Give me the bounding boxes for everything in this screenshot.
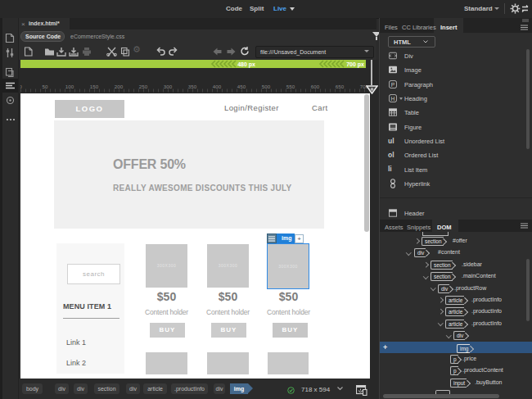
svg-text:300: 300 [164,84,173,89]
svg-text:350: 350 [188,84,197,89]
svg-text:600: 600 [311,84,320,89]
svg-text:700 px: 700 px [346,61,364,68]
svg-text:0: 0 [20,84,22,89]
svg-text:500: 500 [262,84,271,89]
svg-text:400: 400 [213,84,222,89]
svg-text:480 px: 480 px [237,61,255,68]
svg-text:200: 200 [115,84,124,89]
svg-text:50: 50 [43,84,48,89]
svg-text:650: 650 [336,84,345,89]
svg-text:150: 150 [90,84,99,89]
svg-text:H: H [391,96,395,102]
svg-text:100: 100 [65,84,74,89]
svg-text:550: 550 [286,84,295,89]
svg-text:250: 250 [139,84,148,89]
svg-text:450: 450 [237,84,246,89]
svg-text:P: P [391,81,395,87]
